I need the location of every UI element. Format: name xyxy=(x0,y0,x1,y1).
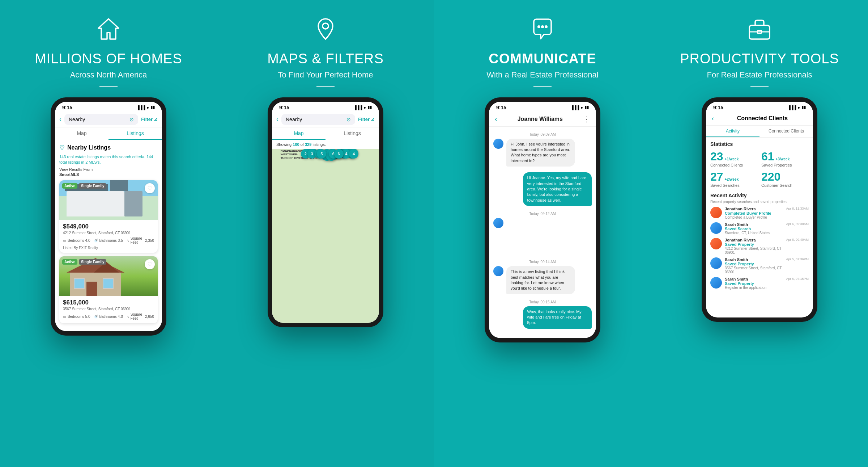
listing-info-2: $615,000 3567 Summer Street, Stamford, C… xyxy=(59,296,158,323)
activity-title: Recent Activity xyxy=(710,193,809,198)
phone-screen-4: 9:15 ▐▐▐ ● ▮▮ ‹ Connected Clients Activi… xyxy=(706,102,813,317)
map-pin-15[interactable]: 5 xyxy=(317,149,326,159)
listing-badges-2: Active Single Family xyxy=(62,259,106,265)
mls-name: SmartMLS xyxy=(59,172,158,177)
svg-point-2 xyxy=(541,25,544,28)
stat-saved-properties: 61 +3/week Saved Properties xyxy=(761,151,809,167)
listing-card-1[interactable]: Active Single Family ♡ $549,000 4212 Sum… xyxy=(59,180,158,253)
sqft-value-2: 2,650 xyxy=(145,315,154,319)
phone-mockup-3: 9:15 ▐▐▐ ● ▮▮ ‹ Joanne Williams ⋮ Today,… xyxy=(485,97,600,342)
activity-date-5: Apr 5, 07:15PM xyxy=(786,277,809,281)
panel-subtitle-3: With a Real Estate Professional xyxy=(486,70,598,80)
signal-icon: ▐▐▐ xyxy=(137,105,145,110)
listing-agent-1: Listed By EXIT Realty xyxy=(63,246,154,250)
listing-badges-1: Active Single Family xyxy=(62,183,106,189)
activity-subtitle: Recent property searches and saved prope… xyxy=(710,200,809,204)
listing-address-2: 3567 Summer Street, Stamford, CT 06901 xyxy=(63,307,154,311)
panel-subtitle: Across North America xyxy=(70,70,147,80)
chat-back-button[interactable]: ‹ xyxy=(495,115,497,123)
type-badge: Single Family xyxy=(79,183,106,189)
crm-tab-bar: Activity Connected Clients xyxy=(706,126,813,138)
beds-detail-2: 🛏 Bedrooms 5.0 xyxy=(63,312,90,320)
search-input[interactable]: Nearby ⊙ xyxy=(64,114,138,125)
battery-icon-2: ▮▮ xyxy=(367,105,372,110)
active-badge-2: Active xyxy=(62,259,77,265)
wifi-icon-4: ● xyxy=(797,105,800,110)
map-pin-16[interactable]: 6 xyxy=(334,149,344,159)
favorite-button-2[interactable]: ♡ xyxy=(145,259,155,269)
search-text-2: Nearby xyxy=(286,117,302,122)
more-options-button[interactable]: ⋮ xyxy=(583,115,590,123)
back-button[interactable]: ‹ xyxy=(59,115,61,123)
status-bar-2: 9:15 ▐▐▐ ● ▮▮ xyxy=(272,102,379,112)
showing-total: 329 xyxy=(305,142,311,147)
back-button-2[interactable]: ‹ xyxy=(276,115,278,123)
activity-action-3: Saved Property xyxy=(725,242,783,247)
signal-icon-3: ▐▐▐ xyxy=(571,105,579,110)
stats-title: Statistics xyxy=(710,141,809,147)
filter-button-2[interactable]: Filter ⊿ xyxy=(358,117,375,122)
signal-icon-2: ▐▐▐ xyxy=(354,105,362,110)
section-title: ♡ Nearby Listings xyxy=(59,144,158,151)
wifi-icon-3: ● xyxy=(580,105,583,110)
signal-icon-4: ▐▐▐ xyxy=(788,105,796,110)
panel-title-3: COMMUNICATE xyxy=(489,51,596,67)
map-pin-10[interactable]: 4 xyxy=(349,149,358,159)
tab-listings[interactable]: Listings xyxy=(109,127,162,140)
contact-avatar-3 xyxy=(493,266,503,276)
beds-value-2: 5.0 xyxy=(85,315,90,319)
activity-info-4: Sarah Smith Saved Property 3567 Summer S… xyxy=(725,257,783,274)
activity-date-3: Apr 6, 09:40AM xyxy=(786,238,809,241)
chat-date-1: Today, 09:09 AM xyxy=(493,132,592,136)
tab-connected-clients[interactable]: Connected Clients xyxy=(760,126,813,137)
listings-content: ♡ Nearby Listings 143 real estate listin… xyxy=(55,140,162,332)
location-icon: ⊙ xyxy=(129,117,134,122)
search-input-2[interactable]: Nearby ⊙ xyxy=(281,114,355,125)
phone-mockup-2: 9:15 ▐▐▐ ● ▮▮ ‹ Nearby ⊙ Filter ⊿ xyxy=(268,97,383,327)
tab-map-2[interactable]: Map xyxy=(272,127,326,140)
showing-count: 100 xyxy=(293,142,299,147)
search-bar: ‹ Nearby ⊙ Filter ⊿ xyxy=(55,112,162,127)
contact-avatar-1 xyxy=(493,139,503,149)
contact-avatar-2 xyxy=(493,218,503,228)
home-icon xyxy=(94,14,123,43)
heart-icon: ♡ xyxy=(59,144,64,151)
panel-title: MILLIONS OF HOMES xyxy=(35,51,182,67)
beds-label: Bedrooms xyxy=(68,239,84,243)
status-bar-3: 9:15 ▐▐▐ ● ▮▮ xyxy=(489,102,596,112)
filter-icon: ⊿ xyxy=(154,117,158,122)
panel-communicate: COMMUNICATE With a Real Estate Professio… xyxy=(434,0,651,467)
crm-back-button[interactable]: ‹ xyxy=(712,115,714,122)
baths-value: 3.5 xyxy=(118,239,123,243)
chat-messages: Today, 09:09 AM Hi John. I see you're in… xyxy=(489,127,596,338)
listing-card-2[interactable]: Active Single Family ♡ $615,000 3567 Sum… xyxy=(59,256,158,323)
chat-header: ‹ Joanne Williams ⋮ xyxy=(489,112,596,127)
stat-label-3: Saved Searches xyxy=(710,183,758,188)
filter-label-2: Filter xyxy=(358,117,370,122)
tab-map[interactable]: Map xyxy=(55,127,109,140)
map-container[interactable]: NEWFIELDWESTOVER-TURN OF RIVER WEST SIDE… xyxy=(272,149,379,323)
stat-num-3: 27 xyxy=(710,171,723,182)
listing-details-2: 🛏 Bedrooms 5.0 🚿 Bathrooms 4.0 ⤡ xyxy=(63,312,154,320)
panel-title-4: PRODUCTIVITY TOOLS xyxy=(680,51,839,67)
baths-value-2: 4.0 xyxy=(118,315,123,319)
activity-avatar-2 xyxy=(710,222,722,234)
contact-name: Joanne Williams xyxy=(518,116,563,122)
tab-listings-2[interactable]: Listings xyxy=(326,127,379,140)
tab-activity[interactable]: Activity xyxy=(706,126,760,137)
chat-date-4: Today, 09:15 AM xyxy=(493,300,592,304)
activity-detail-4: 3567 Summer Street, Stamford, CT 06901 xyxy=(725,266,783,274)
view-results-label: View Results From xyxy=(59,167,158,172)
type-badge-2: Single Family xyxy=(79,259,106,265)
favorite-button-1[interactable]: ♡ xyxy=(145,183,155,193)
phone-screen: 9:15 ▐▐▐ ● ▮▮ ‹ Nearby ⊙ Filter ⊿ xyxy=(55,102,162,332)
status-bar-4: 9:15 ▐▐▐ ● ▮▮ xyxy=(706,102,813,112)
activity-date-4: Apr 5, 07:36PM xyxy=(786,257,809,261)
filter-button[interactable]: Filter ⊿ xyxy=(141,117,158,122)
activity-date-2: Apr 6, 09:30AM xyxy=(786,222,809,226)
activity-info-1: Jonathan Rivera Completed Buyer Profile … xyxy=(725,207,783,219)
crm-content: Statistics 23 +1/week Connected Clients … xyxy=(706,138,813,296)
stat-saved-searches: 27 +2/week Saved Searches xyxy=(710,171,758,188)
activity-avatar-1 xyxy=(710,207,722,218)
baths-detail: 🚿 Bathrooms 3.5 xyxy=(94,236,123,244)
